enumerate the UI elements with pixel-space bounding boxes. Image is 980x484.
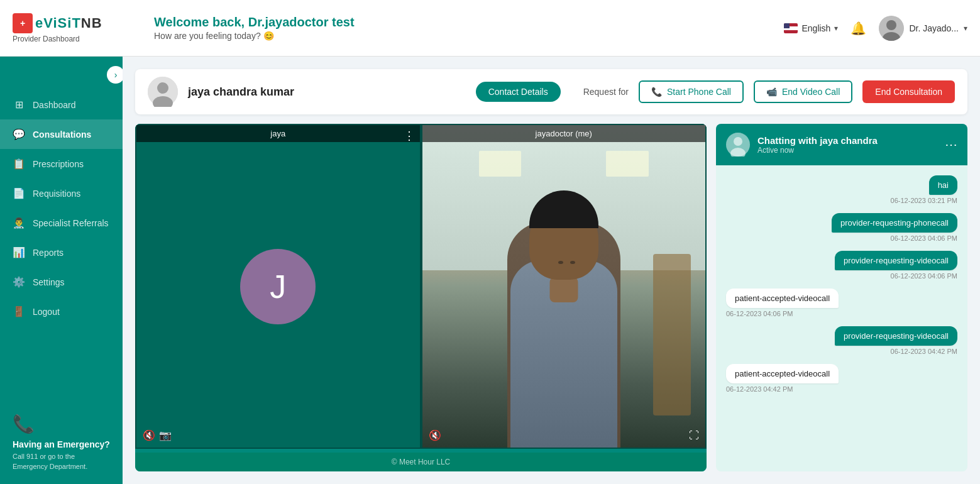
flag-icon xyxy=(784,23,798,33)
chat-timestamp: 06-12-2023 04:06 PM xyxy=(726,310,793,317)
emergency-title: Having an Emergency? xyxy=(13,439,110,449)
end-video-call-button[interactable]: 📹 End Video Call xyxy=(754,80,852,103)
chat-bubble: patient-accepted-videocall xyxy=(726,364,839,383)
sidebar-item-specialist-referrals[interactable]: 👨‍⚕️ Specialist Referrals xyxy=(0,208,123,238)
sidebar-item-prescriptions[interactable]: 📋 Prescriptions xyxy=(0,149,123,179)
doctor-video-feed xyxy=(422,125,706,448)
patient-bar: jaya chandra kumar Contact Details Reque… xyxy=(135,69,967,114)
sidebar-item-label: Reports xyxy=(33,248,63,258)
emergency-section: 📞 Having an Emergency? Call 911 or go to… xyxy=(0,401,123,484)
sidebar-item-label: Settings xyxy=(33,277,65,287)
main-layout: › ⊞ Dashboard 💬 Consultations 📋 Prescrip… xyxy=(0,57,980,484)
chat-message-6: patient-accepted-videocall 06-12-2023 04… xyxy=(726,364,957,393)
chat-bubble: provider-requesting-videocall xyxy=(835,251,957,270)
sidebar-item-label: Logout xyxy=(33,307,60,317)
logo-box: + eViSiTNB xyxy=(13,13,102,33)
specialist-referrals-icon: 👨‍⚕️ xyxy=(13,217,25,229)
chat-more-button[interactable]: ⋯ xyxy=(945,137,957,152)
sidebar-item-label: Dashboard xyxy=(33,100,76,110)
reports-icon: 📊 xyxy=(13,246,25,258)
sidebar-item-dashboard[interactable]: ⊞ Dashboard xyxy=(0,90,123,119)
welcome-subtitle: How are you feeling today? 😊 xyxy=(154,31,784,41)
patient-name: jaya chandra kumar xyxy=(188,85,466,99)
sidebar-nav: ⊞ Dashboard 💬 Consultations 📋 Prescripti… xyxy=(0,90,123,401)
svg-point-7 xyxy=(734,137,742,146)
phone-icon: 📞 xyxy=(651,87,662,97)
chat-bubble: patient-accepted-videocall xyxy=(726,289,839,308)
chat-message-1: hai 06-12-2023 03:21 PM xyxy=(726,175,957,204)
top-header: + eViSiTNB Provider Dashboard Welcome ba… xyxy=(0,0,980,57)
chat-panel: Chatting with jaya chandra Active now ⋯ … xyxy=(716,124,967,471)
avatar xyxy=(879,16,904,41)
sidebar-item-settings[interactable]: ⚙️ Settings xyxy=(0,267,123,297)
request-for-label: Request for xyxy=(583,87,629,97)
video-panel-doctor: jayadoctor (me) xyxy=(421,124,707,449)
chat-header-info: Chatting with jaya chandra Active now xyxy=(757,135,878,155)
provider-label: Provider Dashboard xyxy=(13,35,80,43)
sidebar-item-label: Consultations xyxy=(33,129,91,140)
emergency-text: Call 911 or go to the Emergency Departme… xyxy=(13,452,110,471)
logo-icon: + xyxy=(13,13,33,33)
sidebar-expand-button[interactable]: › xyxy=(107,66,124,84)
notification-bell-icon[interactable]: 🔔 xyxy=(851,21,866,36)
start-phone-call-button[interactable]: 📞 Start Phone Call xyxy=(639,80,744,103)
chat-timestamp: 06-12-2023 04:42 PM xyxy=(891,348,957,355)
video-panel-menu-icon[interactable]: ⋮ xyxy=(404,129,415,143)
sidebar-item-label: Specialist Referrals xyxy=(33,218,109,228)
video-fullscreen-icon[interactable]: ⛶ xyxy=(689,430,699,441)
user-avatar-area[interactable]: Dr. Jayado... ▾ xyxy=(879,16,967,41)
logo-text: eViSiTNB xyxy=(35,15,102,31)
language-chevron-icon: ▾ xyxy=(834,24,838,33)
video-icon: 📹 xyxy=(766,87,777,97)
chat-status: Active now xyxy=(757,146,878,155)
chat-bubble: hai xyxy=(929,175,957,195)
video-panel-patient: jaya ⋮ J 🔇 📷 xyxy=(135,124,421,449)
header-welcome: Welcome back, Dr.jayadoctor test How are… xyxy=(135,15,784,41)
chat-messages[interactable]: hai 06-12-2023 03:21 PM provider-request… xyxy=(716,165,967,471)
chat-bubble: provider-requesting-videocall xyxy=(835,326,957,346)
patient-avatar-circle: J xyxy=(240,249,316,324)
video-panel-doctor-label: jayadoctor (me) xyxy=(422,125,706,142)
camera-off-icon: 📷 xyxy=(159,429,172,441)
chat-message-5: provider-requesting-videocall 06-12-2023… xyxy=(726,326,957,355)
patient-video-placeholder: J xyxy=(136,125,420,448)
consultations-icon: 💬 xyxy=(13,128,25,140)
header-right: English ▾ 🔔 Dr. Jayado... ▾ xyxy=(784,16,967,41)
chat-timestamp: 06-12-2023 04:06 PM xyxy=(891,272,957,280)
patient-avatar xyxy=(148,77,178,107)
video-panel-patient-label: jaya xyxy=(136,125,420,142)
contact-details-button[interactable]: Contact Details xyxy=(476,82,561,102)
chat-message-3: provider-requesting-videocall 06-12-2023… xyxy=(726,251,957,280)
doctor-mic-mute-icon: 🔇 xyxy=(429,429,441,441)
chat-bubble: provider-requesting-phonecall xyxy=(832,213,957,233)
content-area: jaya chandra kumar Contact Details Reque… xyxy=(123,57,980,484)
prescriptions-icon: 📋 xyxy=(13,158,25,170)
chat-message-2: provider-requesting-phonecall 06-12-2023… xyxy=(726,213,957,242)
sidebar-item-label: Prescriptions xyxy=(33,159,84,169)
language-selector[interactable]: English ▾ xyxy=(784,23,838,33)
language-label: English xyxy=(801,23,830,33)
chat-timestamp: 06-12-2023 03:21 PM xyxy=(891,197,957,204)
settings-icon: ⚙️ xyxy=(13,276,25,288)
svg-point-4 xyxy=(157,82,168,94)
user-chevron-icon: ▾ xyxy=(964,24,967,33)
user-name: Dr. Jayado... xyxy=(909,23,959,33)
chat-message-4: patient-accepted-videocall 06-12-2023 04… xyxy=(726,289,957,317)
chat-timestamp: 06-12-2023 04:42 PM xyxy=(726,385,793,393)
doctor-mute-icons: 🔇 xyxy=(429,429,441,441)
logout-icon: 🚪 xyxy=(13,305,25,317)
video-chat-row: jaya ⋮ J 🔇 📷 ja xyxy=(135,124,967,471)
chat-header: Chatting with jaya chandra Active now ⋯ xyxy=(716,124,967,165)
sidebar: › ⊞ Dashboard 💬 Consultations 📋 Prescrip… xyxy=(0,57,123,484)
sidebar-item-consultations[interactable]: 💬 Consultations xyxy=(0,119,123,149)
requisitions-icon: 📄 xyxy=(13,187,25,199)
dashboard-icon: ⊞ xyxy=(13,99,25,111)
sidebar-item-reports[interactable]: 📊 Reports xyxy=(0,238,123,267)
logo-nb: NB xyxy=(81,15,102,31)
sidebar-item-logout[interactable]: 🚪 Logout xyxy=(0,297,123,326)
video-area: jaya ⋮ J 🔇 📷 ja xyxy=(135,124,707,471)
chat-avatar xyxy=(726,133,750,157)
sidebar-item-requisitions[interactable]: 📄 Requisitions xyxy=(0,179,123,208)
svg-point-1 xyxy=(886,20,896,30)
end-consultation-button[interactable]: End Consultation xyxy=(862,80,955,103)
